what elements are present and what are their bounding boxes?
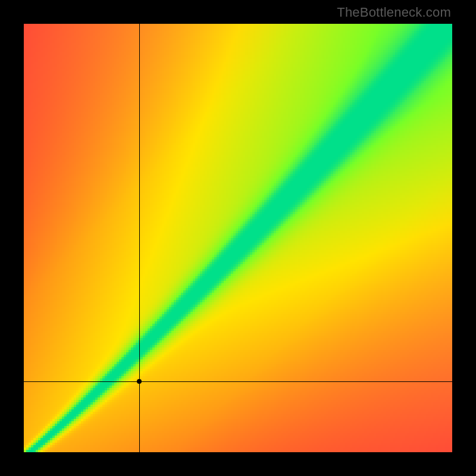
heatmap-plot — [24, 24, 452, 452]
watermark-text: TheBottleneck.com — [337, 5, 451, 20]
crosshair-vertical — [139, 24, 140, 452]
crosshair-horizontal — [24, 381, 452, 382]
data-point-marker — [137, 379, 142, 384]
heatmap-canvas — [24, 24, 452, 452]
chart-frame: TheBottleneck.com — [0, 0, 476, 476]
